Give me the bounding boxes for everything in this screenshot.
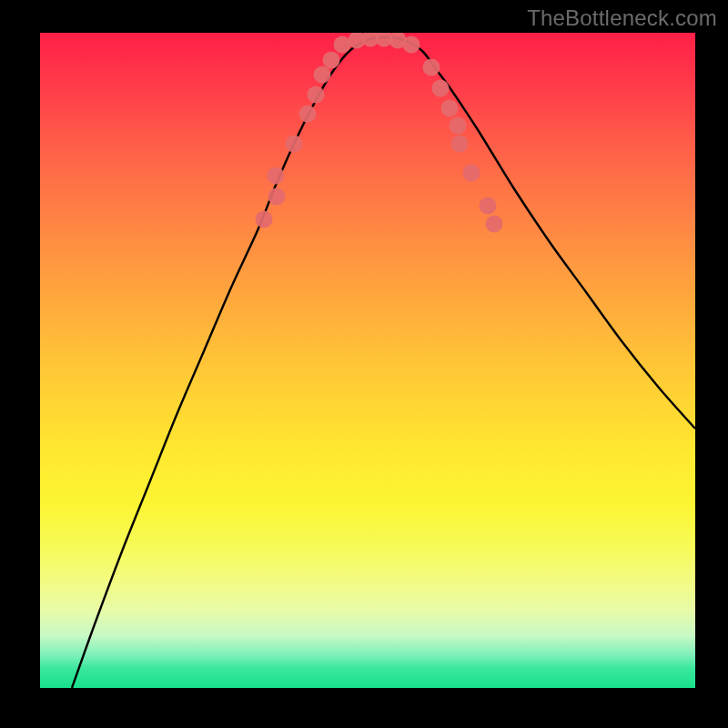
data-marker xyxy=(480,197,497,215)
data-marker xyxy=(323,52,340,69)
data-marker xyxy=(486,216,503,233)
curve-layer xyxy=(40,33,695,688)
data-marker xyxy=(268,188,286,206)
bottleneck-curve xyxy=(72,37,695,688)
data-marker xyxy=(268,167,285,185)
data-marker xyxy=(451,136,469,153)
data-marker xyxy=(299,106,317,123)
data-marker xyxy=(256,211,273,228)
data-markers-group xyxy=(256,33,503,233)
data-marker xyxy=(432,80,450,97)
plot-area xyxy=(40,33,695,688)
data-marker xyxy=(403,36,420,54)
data-marker xyxy=(308,86,325,104)
data-marker xyxy=(441,100,459,117)
watermark-label: TheBottleneck.com xyxy=(527,5,717,31)
data-marker xyxy=(463,165,480,182)
data-marker xyxy=(314,66,331,84)
data-marker xyxy=(450,117,467,135)
chart-outer-frame: TheBottleneck.com xyxy=(0,0,728,728)
data-marker xyxy=(286,136,303,153)
data-marker xyxy=(423,59,440,76)
